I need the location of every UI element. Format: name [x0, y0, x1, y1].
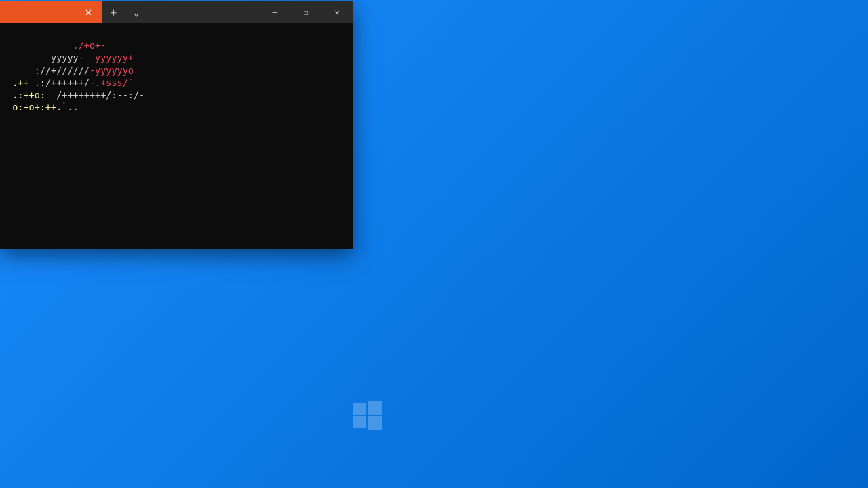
terminal-window-ubuntu: ✕ ＋ ⌄ — ☐ ✕ ./+o+- yyyyy- -yyyyyy+ ://+/…: [0, 1, 353, 249]
windows-watermark: [353, 400, 392, 430]
close-window-button[interactable]: ✕: [321, 1, 353, 23]
svg-rect-2: [353, 416, 366, 428]
close-tab-icon[interactable]: ✕: [83, 7, 94, 18]
tab-ubuntu[interactable]: ✕: [0, 1, 102, 23]
minimize-button[interactable]: —: [259, 1, 290, 23]
maximize-button[interactable]: ☐: [290, 1, 321, 23]
tab-dropdown-button[interactable]: ⌄: [125, 1, 148, 23]
titlebar: ✕ ＋ ⌄ — ☐ ✕: [0, 1, 353, 23]
terminal-body[interactable]: ./+o+- yyyyy- -yyyyyy+ ://+//////-yyyyyy…: [0, 23, 353, 249]
svg-rect-0: [353, 403, 366, 415]
svg-rect-3: [368, 416, 382, 430]
new-tab-button[interactable]: ＋: [102, 1, 125, 23]
svg-rect-1: [368, 401, 382, 415]
windows-logo-icon: [353, 400, 382, 430]
